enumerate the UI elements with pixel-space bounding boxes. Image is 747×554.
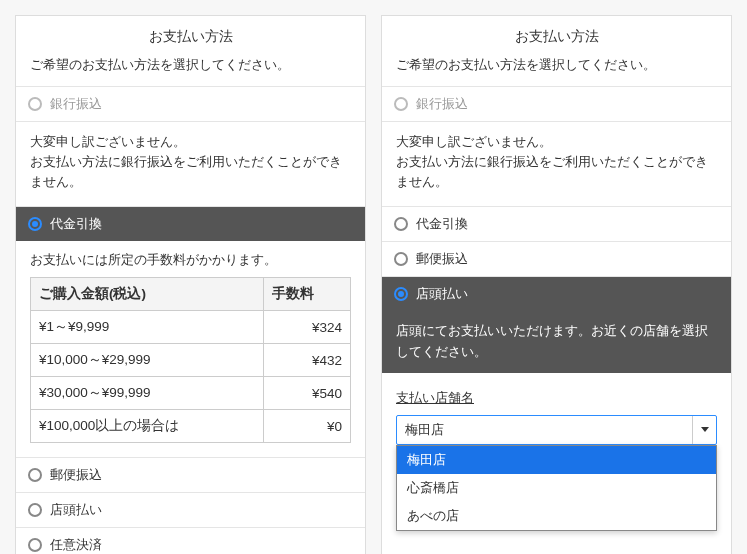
payment-panel-left: お支払い方法 ご希望のお支払い方法を選択してください。 銀行振込 大変申し訳ござ… [15,15,366,554]
radio-icon [28,468,42,482]
panel-description: ご希望のお支払い方法を選択してください。 [382,56,731,86]
dropdown-item[interactable]: あべの店 [397,502,716,530]
option-label: 任意決済 [50,536,102,554]
radio-icon [28,538,42,552]
table-row: ¥100,000以上の場合は¥0 [31,410,351,443]
panel-description: ご希望のお支払い方法を選択してください。 [16,56,365,86]
store-selector-section: 支払い店舗名 梅田店 梅田店 心斎橋店 あべの店 [382,373,731,547]
dropdown-item[interactable]: 心斎橋店 [397,474,716,502]
cod-body: お支払いには所定の手数料がかかります。 ご購入金額(税込) 手数料 ¥1～¥9,… [16,241,365,457]
radio-icon [28,97,42,111]
option-label: 郵便振込 [50,466,102,484]
radio-icon [394,252,408,266]
radio-icon [394,217,408,231]
radio-icon [28,217,42,231]
store-select[interactable]: 梅田店 [396,415,717,445]
radio-icon [394,287,408,301]
option-label: 代金引換 [416,215,468,233]
store-pay-note: 店頭にてお支払いいただけます。お近くの店舗を選択してください。 [382,311,731,373]
th-fee: 手数料 [263,278,350,311]
option-pay-at-store[interactable]: 店頭払い [382,276,731,311]
apology-line-1: 大変申し訳ございません。 [30,132,351,152]
table-row: ¥1～¥9,999¥324 [31,311,351,344]
dropdown-button[interactable] [692,416,716,444]
table-row: ¥10,000～¥29,999¥432 [31,344,351,377]
th-amount: ご購入金額(税込) [31,278,264,311]
option-label: 銀行振込 [50,95,102,113]
option-postal-transfer[interactable]: 郵便振込 [382,241,731,276]
payment-panel-right: お支払い方法 ご希望のお支払い方法を選択してください。 銀行振込 大変申し訳ござ… [381,15,732,554]
bank-transfer-message: 大変申し訳ございません。 お支払い方法に銀行振込をご利用いただくことができません… [16,121,365,206]
bank-transfer-message: 大変申し訳ございません。 お支払い方法に銀行振込をご利用いただくことができません… [382,121,731,206]
chevron-down-icon [701,427,709,432]
store-select-value: 梅田店 [397,421,692,439]
radio-icon [394,97,408,111]
option-bank-transfer: 銀行振込 [382,86,731,121]
radio-icon [28,503,42,517]
store-dropdown: 梅田店 心斎橋店 あべの店 [396,445,717,531]
option-pay-at-store[interactable]: 店頭払い [16,492,365,527]
apology-line-2: お支払い方法に銀行振込をご利用いただくことができません。 [396,152,717,192]
apology-line-1: 大変申し訳ございません。 [396,132,717,152]
store-field-label: 支払い店舗名 [396,389,717,407]
cod-note: お支払いには所定の手数料がかかります。 [30,251,351,269]
dropdown-item[interactable]: 梅田店 [397,446,716,474]
apology-line-2: お支払い方法に銀行振込をご利用いただくことができません。 [30,152,351,192]
option-label: 店頭払い [416,285,468,303]
option-cash-on-delivery[interactable]: 代金引換 [382,206,731,241]
option-postal-transfer[interactable]: 郵便振込 [16,457,365,492]
panel-title: お支払い方法 [382,16,731,56]
option-custom-payment[interactable]: 任意決済 [16,527,365,554]
panel-title: お支払い方法 [16,16,365,56]
fee-table: ご購入金額(税込) 手数料 ¥1～¥9,999¥324 ¥10,000～¥29,… [30,277,351,443]
option-cash-on-delivery[interactable]: 代金引換 [16,206,365,241]
option-label: 代金引換 [50,215,102,233]
option-label: 銀行振込 [416,95,468,113]
option-label: 郵便振込 [416,250,468,268]
option-bank-transfer: 銀行振込 [16,86,365,121]
table-row: ¥30,000～¥99,999¥540 [31,377,351,410]
option-label: 店頭払い [50,501,102,519]
